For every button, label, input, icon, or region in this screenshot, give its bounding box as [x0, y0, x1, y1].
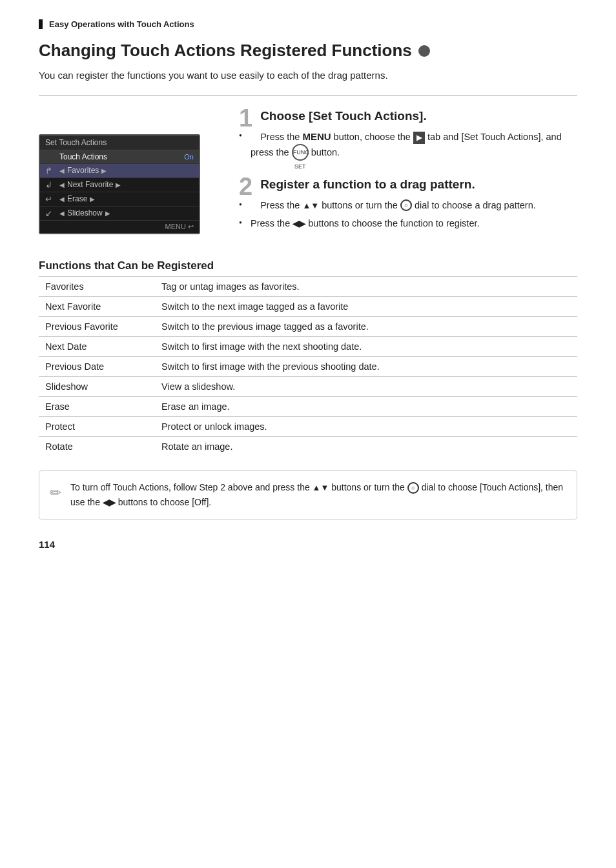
step-1: 1 Choose [Set Touch Actions]. Press the … [239, 108, 577, 162]
screen-arrow-r-0: ▶ [101, 167, 107, 174]
step-1-number: 1 [239, 106, 252, 130]
function-name-0: Favorites [39, 277, 155, 297]
function-name-1: Next Favorite [39, 297, 155, 317]
page-number: 114 [39, 539, 577, 550]
screen-footer: MENU ↩ [40, 221, 199, 233]
function-desc-4: Switch to first image with the previous … [155, 357, 577, 377]
chapter-description: You can register the functions you want … [39, 68, 577, 83]
menu-key-label: MENU [302, 131, 331, 142]
title-bullet-icon [418, 45, 430, 57]
up-down-arrows: ▲▼ [302, 201, 319, 210]
screen-row-icon-3: ↙ [45, 208, 59, 218]
screen-row-value-1: Next Favorite [67, 180, 113, 189]
note-up-down-arrows: ▲▼ [313, 483, 329, 492]
steps-container: Set Touch Actions Touch Actions On ↱ ◀ F… [39, 108, 577, 247]
step-2-bullet-0: Press the ▲▼ buttons or turn the ○ dial … [239, 198, 577, 213]
screen-row-value-3: Slideshow [67, 208, 103, 217]
screen-row-0: ↱ ◀ Favorites ▶ [40, 164, 199, 178]
screen-arrow-r-1: ▶ [116, 181, 121, 188]
screen-header: Set Touch Actions [40, 136, 199, 150]
screen-row-value-2: Erase [67, 194, 87, 203]
page-container: Easy Operations with Touch Actions Chang… [0, 0, 616, 576]
note-dial-icon: ○ [407, 482, 419, 494]
dial-icon: ○ [400, 199, 412, 211]
function-desc-2: Switch to the previous image tagged as a… [155, 317, 577, 337]
function-name-2: Previous Favorite [39, 317, 155, 337]
table-row: Next Date Switch to first image with the… [39, 337, 577, 357]
screen-touch-actions-row: Touch Actions On [40, 150, 199, 164]
table-row: Protect Protect or unlock images. [39, 417, 577, 437]
chapter-title-text: Changing Touch Actions Registered Functi… [39, 41, 412, 61]
table-row: Slideshow View a slideshow. [39, 377, 577, 397]
camera-screen: Set Touch Actions Touch Actions On ↱ ◀ F… [39, 134, 200, 234]
note-pencil-icon: ✏ [50, 481, 61, 510]
screen-row-icon-2: ↵ [45, 194, 59, 204]
step-2-bullet-1: Press the ◀▶ buttons to choose the funct… [239, 216, 577, 231]
functions-title: Functions that Can be Registered [39, 259, 577, 272]
screen-row-value: On [107, 153, 194, 161]
step-1-title: Choose [Set Touch Actions]. [239, 108, 577, 125]
screen-row-label: Touch Actions [59, 152, 107, 161]
func-btn-icon: FUNCSET [292, 144, 309, 161]
function-desc-0: Tag or untag images as favorites. [155, 277, 577, 297]
screen-row-value-0: Favorites [67, 166, 99, 175]
section-label: Easy Operations with Touch Actions [39, 19, 577, 29]
function-desc-3: Switch to first image with the next shoo… [155, 337, 577, 357]
step-2-body: Press the ▲▼ buttons or turn the ○ dial … [239, 198, 577, 231]
screen-arrow-r-3: ▶ [105, 210, 110, 217]
screen-row-icon-1: ↲ [45, 180, 59, 190]
table-row: Next Favorite Switch to the next image t… [39, 297, 577, 317]
screen-row-2: ↵ ◀ Erase ▶ [40, 192, 199, 207]
screen-arrow-r-2: ▶ [90, 196, 95, 203]
screen-arrow-l-3: ◀ [59, 210, 65, 217]
function-desc-8: Rotate an image. [155, 437, 577, 457]
screen-row-icon-0: ↱ [45, 166, 59, 176]
steps-content: 1 Choose [Set Touch Actions]. Press the … [239, 108, 577, 247]
step-2: 2 Register a function to a drag pattern.… [239, 177, 577, 231]
note-box: ✏ To turn off Touch Actions, follow Step… [39, 470, 577, 520]
function-name-6: Erase [39, 397, 155, 417]
screen-row-3: ↙ ◀ Slideshow ▶ [40, 207, 199, 221]
functions-section: Functions that Can be Registered Favorit… [39, 259, 577, 456]
function-name-5: Slideshow [39, 377, 155, 397]
note-left-right-arrows: ◀▶ [103, 498, 116, 507]
step-1-body: Press the MENU button, choose the ▶ tab … [239, 129, 577, 161]
function-name-3: Next Date [39, 337, 155, 357]
step-2-title: Register a function to a drag pattern. [239, 177, 577, 193]
function-desc-6: Erase an image. [155, 397, 577, 417]
function-name-8: Rotate [39, 437, 155, 457]
function-name-7: Protect [39, 417, 155, 437]
section-divider [39, 95, 577, 96]
camera-screenshot-container: Set Touch Actions Touch Actions On ↱ ◀ F… [39, 108, 220, 247]
step-2-number: 2 [239, 174, 252, 199]
table-row: Erase Erase an image. [39, 397, 577, 417]
function-name-4: Previous Date [39, 357, 155, 377]
note-text: To turn off Touch Actions, follow Step 2… [70, 480, 566, 510]
function-desc-1: Switch to the next image tagged as a fav… [155, 297, 577, 317]
function-desc-7: Protect or unlock images. [155, 417, 577, 437]
screen-arrow-l-0: ◀ [59, 167, 65, 174]
left-right-arrows: ◀▶ [293, 219, 305, 228]
table-row: Previous Date Switch to first image with… [39, 357, 577, 377]
table-row: Rotate Rotate an image. [39, 437, 577, 457]
table-row: Favorites Tag or untag images as favorit… [39, 277, 577, 297]
chapter-title: Changing Touch Actions Registered Functi… [39, 41, 577, 61]
table-row: Previous Favorite Switch to the previous… [39, 317, 577, 337]
screen-arrow-l-2: ◀ [59, 196, 65, 203]
step-1-bullet-0: Press the MENU button, choose the ▶ tab … [239, 129, 577, 161]
function-desc-5: View a slideshow. [155, 377, 577, 397]
functions-table: Favorites Tag or untag images as favorit… [39, 276, 577, 456]
screen-arrow-l-1: ◀ [59, 181, 65, 188]
play-tab-icon: ▶ [413, 132, 425, 145]
screen-row-1: ↲ ◀ Next Favorite ▶ [40, 178, 199, 192]
